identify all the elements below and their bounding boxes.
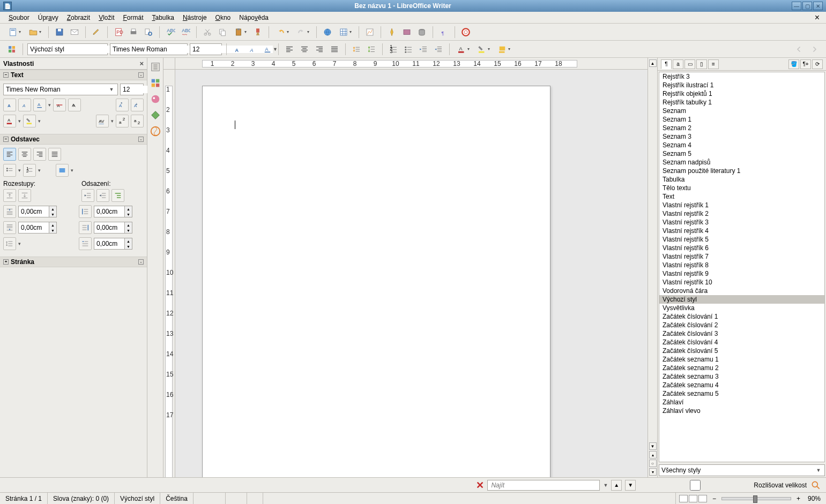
scroll-up-button[interactable]: ▲: [649, 59, 657, 67]
indent-after-spin[interactable]: ▲▼: [94, 222, 132, 234]
para-align-right-button[interactable]: [33, 148, 46, 161]
sidebar-font-combo[interactable]: ▼: [3, 84, 118, 95]
view-book[interactable]: [698, 495, 707, 502]
sidebar-char-spacing-button[interactable]: AV: [96, 115, 109, 127]
find-input[interactable]: [487, 480, 600, 491]
style-list-item[interactable]: Vysvětlivka: [659, 304, 824, 312]
align-left-button[interactable]: [283, 43, 296, 56]
style-list-item[interactable]: Seznam 5: [659, 149, 824, 158]
style-list-item[interactable]: Začátek seznamu 3: [659, 372, 824, 381]
find-dropdown-icon[interactable]: ▼: [603, 483, 608, 488]
next-page-nav-button[interactable]: [808, 43, 821, 56]
sidebar-decrease-font-button[interactable]: A: [131, 99, 144, 111]
zoom-slider[interactable]: [721, 497, 791, 500]
spacing-decrease-button[interactable]: [18, 189, 31, 202]
sidebar-size-combo[interactable]: ▼: [120, 84, 144, 95]
styles-list[interactable]: Rejstřík 3Rejstřík ilustrací 1Rejstřík o…: [659, 72, 825, 462]
highlight-button[interactable]: [474, 43, 493, 56]
page-section-header[interactable]: + Stránka ▫: [0, 257, 147, 267]
nav-object-button[interactable]: ○: [649, 460, 657, 467]
paragraph-style-input[interactable]: [30, 46, 110, 53]
sidebar-italic-button[interactable]: A: [18, 99, 31, 111]
align-right-button[interactable]: [313, 43, 326, 56]
fill-format-button[interactable]: 🪣: [788, 59, 799, 69]
style-list-item[interactable]: Začátek číslování 3: [659, 329, 824, 338]
view-multi-page[interactable]: [689, 495, 697, 502]
find-next-button[interactable]: ▼: [625, 480, 636, 491]
status-modified[interactable]: [263, 493, 676, 504]
style-list-item[interactable]: Vlastní rejstřík 9: [659, 269, 824, 278]
find-replace-button[interactable]: [810, 479, 822, 491]
update-style-button[interactable]: ⟳: [812, 59, 823, 69]
style-list-item[interactable]: Rejstřík 3: [659, 72, 824, 81]
bold-button[interactable]: A: [231, 43, 244, 56]
copy-button[interactable]: [216, 26, 229, 39]
style-list-item[interactable]: Vlastní rejstřík 6: [659, 244, 824, 252]
edit-mode-button[interactable]: [90, 26, 103, 39]
sidebar-increase-font-button[interactable]: A: [116, 99, 129, 111]
tab-functions-icon[interactable]: [150, 125, 161, 137]
underline-button[interactable]: A: [261, 43, 274, 56]
more-options-icon[interactable]: ▫: [138, 72, 144, 78]
style-list-item[interactable]: Vlastní rejstřík 2: [659, 209, 824, 218]
sidebar-underline-button[interactable]: A: [33, 99, 46, 111]
more-options-icon[interactable]: ▫: [138, 259, 144, 265]
sidebar-highlight-button[interactable]: [23, 115, 36, 127]
para-bgcolor-button[interactable]: [56, 164, 69, 177]
tab-paragraph-styles[interactable]: ¶: [661, 59, 672, 69]
status-selection-mode[interactable]: [226, 493, 247, 504]
status-words[interactable]: Slova (znaky): 0 (0): [48, 493, 115, 504]
export-pdf-button[interactable]: PDF: [112, 26, 125, 39]
indent-before-spin[interactable]: ▲▼: [94, 206, 132, 217]
style-list-item[interactable]: Vodorovná čára: [659, 287, 824, 295]
style-list-item[interactable]: Začátek seznamu 1: [659, 355, 824, 364]
print-preview-button[interactable]: [142, 26, 155, 39]
text-section-header[interactable]: − Text ▫: [0, 70, 147, 80]
font-size-combo[interactable]: ▼: [190, 43, 222, 55]
line-spacing-1-button[interactable]: [350, 43, 363, 56]
match-case-checkbox[interactable]: Rozlišovat velikost: [639, 480, 807, 491]
background-color-button[interactable]: [495, 43, 513, 56]
minimize-button[interactable]: —: [792, 2, 801, 10]
para-align-left-button[interactable]: [3, 148, 16, 161]
print-button[interactable]: [127, 26, 140, 39]
style-list-item[interactable]: Vlastní rejstřík 4: [659, 227, 824, 235]
numbering-button[interactable]: 123: [387, 43, 400, 56]
collapse-icon[interactable]: −: [3, 72, 9, 78]
tab-character-styles[interactable]: a: [673, 59, 683, 69]
style-list-item[interactable]: Vlastní rejstřík 8: [659, 261, 824, 269]
font-color-button[interactable]: A: [454, 43, 472, 56]
cut-button[interactable]: [201, 26, 214, 39]
style-list-item[interactable]: Začátek číslování 5: [659, 347, 824, 355]
menu-upravy[interactable]: Úpravy: [34, 13, 63, 22]
close-button[interactable]: ✕: [813, 2, 823, 10]
gallery-button[interactable]: [400, 26, 413, 39]
style-list-item[interactable]: Začátek číslování 4: [659, 338, 824, 347]
menu-napoveda[interactable]: Nápověda: [235, 13, 273, 22]
paste-button[interactable]: [231, 26, 249, 39]
menu-format[interactable]: Formát: [118, 13, 147, 22]
style-list-item[interactable]: Tělo textu: [659, 184, 824, 192]
spacing-increase-button[interactable]: [3, 189, 16, 202]
style-list-item[interactable]: Začátek číslování 2: [659, 321, 824, 329]
maximize-button[interactable]: ▢: [802, 2, 812, 10]
menu-soubor[interactable]: Soubor: [4, 13, 34, 22]
italic-button[interactable]: A: [246, 43, 259, 56]
styles-filter-combo[interactable]: ▼: [659, 464, 825, 476]
sidebar-strikethrough-button[interactable]: A: [53, 99, 66, 111]
font-name-input[interactable]: [113, 46, 193, 53]
menu-tabulka[interactable]: Tabulka: [148, 13, 178, 22]
style-list-item[interactable]: Seznam 3: [659, 132, 824, 141]
status-page[interactable]: Stránka 1 / 1: [0, 493, 48, 504]
tab-list-styles[interactable]: ≡: [708, 59, 719, 69]
style-list-item[interactable]: Začátek seznamu 4: [659, 381, 824, 389]
style-list-item[interactable]: Rejstřík objektů 1: [659, 89, 824, 98]
menu-vlozit[interactable]: Vložit: [94, 13, 118, 22]
document-page[interactable]: [202, 86, 550, 477]
zoom-value[interactable]: 90%: [802, 493, 826, 504]
indent-increase-button[interactable]: [81, 189, 94, 202]
style-list-item[interactable]: Výchozí styl: [659, 295, 824, 304]
menu-nastroje[interactable]: Nástroje: [178, 13, 211, 22]
style-list-item[interactable]: Záhlaví: [659, 398, 824, 407]
tab-styles-icon[interactable]: [150, 77, 161, 89]
